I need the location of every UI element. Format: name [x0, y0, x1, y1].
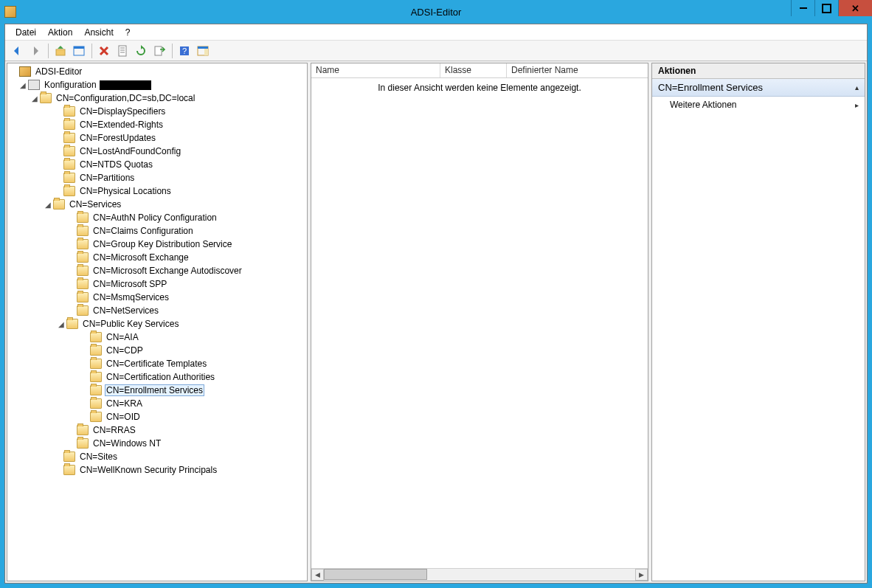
horizontal-scrollbar[interactable]: ◀ ▶	[311, 568, 648, 581]
tree-item[interactable]: CN=Windows NT	[7, 437, 307, 450]
tree-item[interactable]: CN=ForestUpdates	[7, 131, 307, 145]
actions-pane-button[interactable]	[194, 42, 212, 60]
tree-item[interactable]: CN=AuthN Policy Configuration	[7, 211, 307, 224]
menu-help[interactable]: ?	[120, 26, 136, 39]
collapse-icon[interactable]: ◢	[43, 201, 53, 209]
app-icon	[4, 6, 16, 18]
tree-item[interactable]: CN=NTDS Quotas	[7, 158, 307, 171]
scroll-right-button[interactable]: ▶	[635, 569, 648, 581]
svg-rect-0	[56, 49, 65, 55]
list-body[interactable]: In dieser Ansicht werden keine Elemente …	[311, 78, 648, 568]
tree-item[interactable]: CN=KRA	[7, 397, 307, 410]
adsi-editor-window: ADSI-Editor Datei Aktion Ansicht ? ?	[0, 0, 872, 588]
folder-icon	[40, 93, 52, 103]
properties-button[interactable]	[114, 42, 131, 60]
folder-icon	[77, 279, 89, 289]
folder-icon	[90, 372, 102, 382]
folder-icon	[63, 133, 75, 143]
tree-item[interactable]: CN=MsmqServices	[7, 291, 307, 304]
minimize-button[interactable]	[791, 0, 814, 16]
folder-icon	[90, 345, 102, 356]
scroll-thumb[interactable]	[324, 569, 427, 580]
tree-item[interactable]: CN=AIA	[7, 331, 307, 344]
svg-rect-11	[198, 46, 208, 49]
folder-icon	[63, 159, 75, 170]
show-hide-tree-button[interactable]	[70, 42, 88, 60]
folder-icon	[90, 332, 102, 342]
delete-button[interactable]	[95, 42, 113, 60]
tree-item[interactable]: CN=Physical Locations	[7, 184, 307, 198]
scroll-left-button[interactable]: ◀	[311, 569, 324, 581]
tree-item[interactable]: CN=WellKnown Security Principals	[7, 463, 307, 477]
menu-file[interactable]: Datei	[10, 26, 42, 39]
folder-icon	[63, 452, 75, 462]
tree-item[interactable]: CN=Microsoft Exchange	[7, 251, 307, 264]
svg-rect-2	[74, 46, 84, 49]
panes: ADSI-Editor ◢ Konfiguration ◢ CN=Configu…	[5, 61, 867, 583]
adsi-icon	[19, 66, 31, 77]
export-button[interactable]	[150, 42, 168, 60]
tree-configuration[interactable]: ◢ Konfiguration	[7, 78, 307, 91]
scroll-track[interactable]	[324, 569, 635, 581]
tree-view[interactable]: ADSI-Editor ◢ Konfiguration ◢ CN=Configu…	[7, 63, 307, 581]
tree-item[interactable]: CN=Partitions	[7, 171, 307, 184]
tree-configuration-dn[interactable]: ◢ CN=Configuration,DC=sb,DC=local	[7, 91, 307, 105]
col-dn[interactable]: Definierter Name	[507, 63, 648, 77]
folder-icon	[53, 199, 65, 210]
server-icon	[28, 80, 40, 90]
tree-item[interactable]: CN=Certification Authorities	[7, 370, 307, 384]
up-button[interactable]	[52, 42, 69, 60]
tree-item[interactable]: CN=LostAndFoundConfig	[7, 145, 307, 158]
actions-pane: Aktionen CN=Enrollment Services ▴ Weiter…	[651, 63, 865, 581]
tree-item[interactable]: CN=Group Key Distribution Service	[7, 238, 307, 251]
actions-context[interactable]: CN=Enrollment Services ▴	[652, 79, 865, 97]
close-button[interactable]	[838, 0, 872, 16]
tree-item[interactable]: CN=Claims Configuration	[7, 224, 307, 238]
titlebar[interactable]: ADSI-Editor	[0, 0, 872, 24]
folder-icon	[77, 239, 89, 249]
tree-item[interactable]: CN=Microsoft SPP	[7, 277, 307, 291]
tree-item[interactable]: CN=OID	[7, 410, 307, 423]
col-name[interactable]: Name	[311, 63, 440, 77]
tree-item[interactable]: CN=Extended-Rights	[7, 118, 307, 131]
back-button[interactable]	[8, 42, 26, 60]
window-title: ADSI-Editor	[0, 7, 872, 18]
tree-item[interactable]: CN=CDP	[7, 344, 307, 357]
col-class[interactable]: Klasse	[440, 63, 507, 77]
svg-rect-3	[119, 46, 126, 56]
tree-item[interactable]: CN=NetServices	[7, 304, 307, 317]
chevron-right-icon: ▸	[855, 101, 859, 109]
tree-root[interactable]: ADSI-Editor	[7, 65, 307, 78]
menu-view[interactable]: Ansicht	[78, 26, 119, 39]
svg-rect-12	[204, 49, 208, 55]
folder-icon	[77, 438, 89, 449]
folder-icon	[77, 252, 89, 263]
menu-action[interactable]: Aktion	[42, 26, 78, 39]
menubar: Datei Aktion Ansicht ?	[5, 24, 867, 41]
folder-icon	[63, 106, 75, 117]
folder-icon	[90, 398, 102, 409]
collapse-icon[interactable]: ◢	[18, 81, 28, 89]
chevron-up-icon: ▴	[855, 83, 859, 91]
actions-more[interactable]: Weitere Aktionen ▸	[652, 97, 865, 113]
tree-item[interactable]: CN=Microsoft Exchange Autodiscover	[7, 264, 307, 277]
tree-services[interactable]: ◢ CN=Services	[7, 198, 307, 211]
folder-icon	[63, 120, 75, 130]
refresh-button[interactable]	[132, 42, 150, 60]
forward-button[interactable]	[27, 42, 44, 60]
tree-pks[interactable]: ◢ CN=Public Key Services	[7, 317, 307, 331]
tree-item[interactable]: CN=Certificate Templates	[7, 357, 307, 370]
empty-message: In dieser Ansicht werden keine Elemente …	[311, 83, 648, 93]
collapse-icon[interactable]: ◢	[30, 94, 40, 103]
tree-item[interactable]: CN=Enrollment Services	[7, 384, 307, 397]
collapse-icon[interactable]: ◢	[56, 320, 66, 328]
folder-icon	[90, 412, 102, 422]
list-pane: Name Klasse Definierter Name In dieser A…	[311, 63, 648, 581]
tree-item[interactable]: CN=Sites	[7, 450, 307, 463]
folder-icon	[77, 212, 89, 223]
tree-item[interactable]: CN=DisplaySpecifiers	[7, 105, 307, 118]
folder-icon	[77, 226, 89, 236]
maximize-button[interactable]	[814, 0, 838, 16]
help-button[interactable]: ?	[176, 42, 193, 60]
tree-item[interactable]: CN=RRAS	[7, 423, 307, 437]
